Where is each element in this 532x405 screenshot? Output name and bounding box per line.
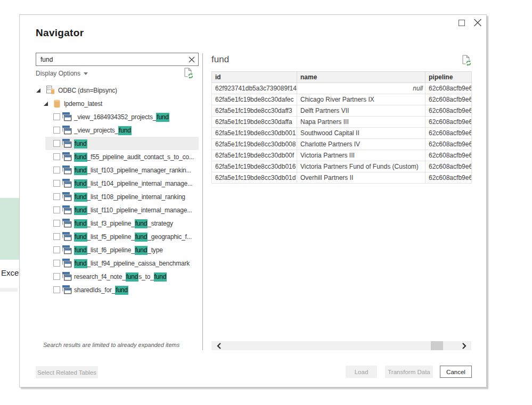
table-row: 62fa5e1fc19bde8cc30db01dOverhill Partner… — [212, 172, 472, 184]
transform-data-button[interactable]: Transform Data — [385, 366, 433, 378]
select-related-tables-button[interactable]: Select Related Tables — [36, 366, 98, 378]
tree-item-label[interactable]: fund_list_f6_pipeline_fund_type — [74, 246, 163, 254]
table-row: 62fa5e1fc19bde8cc30db00fVictoria Partner… — [212, 150, 472, 161]
tree-item[interactable]: _view_projects_fund — [20, 123, 199, 137]
tree-item-label[interactable]: fund — [74, 140, 87, 147]
expanded-arrow-icon — [44, 102, 48, 106]
tree-item[interactable]: fund_list_f104_pipeline_internal_manage.… — [20, 177, 199, 190]
tree-source-label[interactable]: ODBC (dsn=Bipsync) — [58, 87, 117, 94]
tree-item-label[interactable]: fund_list_f108_pipeline_internal_ranking — [74, 193, 185, 201]
tree-item-label[interactable]: fund_list_f3_pipeline_fund_strategy — [74, 220, 173, 227]
tree-item-label[interactable]: research_f4_note_funds_to_fund — [74, 273, 167, 280]
preview-table-title: fund — [211, 54, 229, 65]
item-checkbox[interactable] — [53, 246, 60, 253]
tree-item[interactable]: fund — [20, 137, 199, 150]
clear-search-button[interactable] — [185, 54, 198, 65]
tree-item[interactable]: fund_list_f6_pipeline_fund_type — [20, 243, 199, 257]
item-checkbox[interactable] — [53, 233, 60, 240]
item-checkbox[interactable] — [53, 113, 60, 120]
display-options-dropdown[interactable]: Display Options — [36, 70, 88, 77]
cell-name: Victoria Partners III — [297, 150, 425, 161]
search-limit-note: Search results are limited to already ex… — [43, 342, 190, 348]
tree-item-label[interactable]: fund_list_f110_pipeline_internal_manage.… — [74, 206, 192, 214]
scroll-left-button[interactable] — [211, 341, 226, 350]
cell-id: 62f923741db5a3c739089f14 — [212, 83, 297, 94]
table-icon — [62, 232, 72, 241]
search-input[interactable]: fund — [36, 53, 199, 66]
tree-item-label[interactable]: fund_list_f5_pipeline_fund_geographic_f.… — [74, 233, 192, 241]
item-checkbox[interactable] — [53, 193, 60, 200]
refresh-preview-icon — [462, 55, 472, 67]
cell-pipeline: 62c608acfb9e6ed — [425, 83, 472, 94]
tree-item-label[interactable]: fund_list_f94_pipeline_caissa_benchmark — [74, 260, 190, 267]
table-row: 62fa5e1fc19bde8cc30db008Charlotte Partne… — [212, 139, 472, 150]
cell-pipeline: 62c608acfb9e6ed — [425, 150, 472, 161]
table-row: 62fa5e1fc19bde8cc30db001Southwood Capita… — [212, 128, 472, 139]
maximize-icon — [459, 20, 465, 26]
table-row: 62fa5e1fc19bde8cc30daffaNapa Partners II… — [212, 117, 472, 128]
maximize-button[interactable] — [458, 19, 465, 27]
panel-divider — [202, 53, 203, 350]
cell-pipeline: 62c608acfb9e6ed — [425, 139, 472, 150]
item-checkbox[interactable] — [53, 140, 60, 147]
item-checkbox[interactable] — [53, 127, 60, 134]
expand-arrow[interactable] — [44, 102, 48, 106]
excel-statusbar-strip — [0, 288, 18, 292]
tree-item[interactable]: _view_1684934352_projects_fund — [20, 110, 199, 123]
refresh-preview-icon — [184, 68, 194, 79]
table-row: 62fa5e1fc19bde8cc30db016Victoria Partner… — [212, 161, 472, 172]
cell-name: Southwood Capital II — [297, 128, 425, 139]
table-icon — [62, 219, 72, 228]
tree-item-label[interactable]: _view_1684934352_projects_fund — [74, 113, 169, 121]
cell-pipeline: 62c608acfb9e6ed — [425, 161, 472, 172]
refresh-preview-button[interactable] — [184, 68, 194, 79]
tree-item-label[interactable]: _view_projects_fund — [74, 127, 132, 134]
display-options-label: Display Options — [36, 70, 80, 77]
table-icon — [62, 126, 72, 135]
load-button[interactable]: Load — [346, 366, 377, 378]
expand-arrow[interactable] — [36, 88, 40, 93]
tree-item[interactable]: fund_f55_pipeline_audit_contact_s_to_co.… — [20, 150, 199, 163]
preview-table-header-row: idnamepipeline — [212, 72, 472, 83]
refresh-preview-table-button[interactable] — [462, 55, 472, 67]
table-icon — [62, 139, 72, 148]
close-button[interactable] — [473, 18, 482, 27]
tree-item-label[interactable]: sharedIds_for_fund — [74, 286, 128, 294]
item-checkbox[interactable] — [53, 206, 60, 213]
tree-item-label[interactable]: fund_list_f104_pipeline_internal_manage.… — [74, 180, 192, 187]
excel-window-title: Excel — [1, 268, 21, 277]
item-checkbox[interactable] — [53, 220, 60, 227]
horizontal-scrollbar[interactable] — [211, 341, 471, 350]
item-checkbox[interactable] — [53, 286, 60, 293]
odbc-source-icon — [46, 86, 55, 95]
cell-pipeline: 62c608acfb9e6ed — [425, 117, 472, 128]
tree-item[interactable]: fund_list_f94_pipeline_caissa_benchmark — [20, 257, 199, 270]
table-icon — [62, 205, 72, 214]
tree-item[interactable]: fund_list_f108_pipeline_internal_ranking — [20, 190, 199, 203]
tree-item-label[interactable]: fund_f55_pipeline_audit_contact_s_to_co.… — [74, 153, 194, 161]
table-row: 62fa5e1fc19bde8cc30dafecChicago River Pa… — [212, 94, 472, 105]
tree-item[interactable]: fund_list_f5_pipeline_fund_geographic_f.… — [20, 230, 199, 243]
navigator-dialog: Navigator fund Display Options ODBC (ds — [19, 14, 487, 387]
tree-item[interactable]: fund_list_f103_pipeline_manager_rankin..… — [20, 163, 199, 177]
item-checkbox[interactable] — [53, 167, 60, 173]
scroll-right-icon — [462, 343, 466, 349]
tree-item[interactable]: fund_list_f110_pipeline_internal_manage.… — [20, 203, 199, 217]
scrollbar-thumb[interactable] — [431, 341, 443, 350]
scroll-right-button[interactable] — [456, 341, 471, 350]
preview-table: idnamepipeline 62f923741db5a3c739089f14n… — [211, 71, 472, 184]
item-checkbox[interactable] — [53, 153, 60, 160]
cell-id: 62fa5e1fc19bde8cc30db00f — [212, 150, 297, 161]
tree-item[interactable]: sharedIds_for_fund — [20, 283, 199, 296]
tree-item[interactable]: fund_list_f3_pipeline_fund_strategy — [20, 217, 199, 230]
tree-item[interactable]: research_f4_note_funds_to_fund — [20, 270, 199, 283]
cell-name: Overhill Partners II — [297, 172, 425, 184]
item-checkbox[interactable] — [53, 180, 60, 187]
item-checkbox[interactable] — [53, 273, 60, 280]
cancel-button[interactable]: Cancel — [440, 366, 472, 378]
tree-database-label[interactable]: lpdemo_latest — [64, 100, 102, 108]
item-checkbox[interactable] — [53, 260, 60, 267]
table-icon — [62, 112, 72, 121]
table-icon — [62, 152, 72, 161]
tree-item-label[interactable]: fund_list_f103_pipeline_manager_rankin..… — [74, 167, 191, 174]
